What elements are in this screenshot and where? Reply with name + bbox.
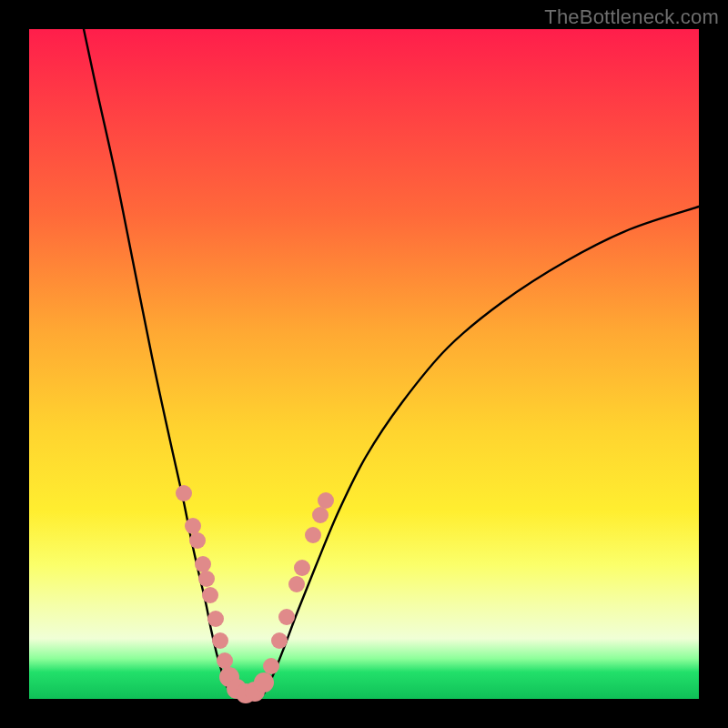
data-marker bbox=[263, 658, 279, 674]
data-marker bbox=[195, 556, 211, 572]
data-marker bbox=[212, 632, 228, 649]
plot-area bbox=[29, 29, 699, 699]
chart-frame: TheBottleneck.com bbox=[0, 0, 728, 728]
bottleneck-curve bbox=[29, 29, 699, 699]
data-marker bbox=[198, 571, 215, 587]
data-marker bbox=[271, 632, 288, 649]
data-marker bbox=[278, 609, 295, 625]
bottleneck-line bbox=[84, 29, 699, 697]
data-marker bbox=[176, 485, 192, 501]
data-marker bbox=[217, 652, 233, 669]
data-marker bbox=[254, 672, 274, 693]
data-marker bbox=[207, 611, 224, 627]
data-marker bbox=[202, 587, 218, 603]
data-marker bbox=[288, 576, 305, 592]
watermark-text: TheBottleneck.com bbox=[544, 5, 719, 29]
data-marker bbox=[185, 518, 201, 534]
data-marker bbox=[294, 560, 310, 576]
data-marker bbox=[305, 527, 321, 543]
data-marker bbox=[189, 532, 206, 549]
data-marker bbox=[312, 507, 329, 523]
data-marker bbox=[318, 492, 334, 509]
